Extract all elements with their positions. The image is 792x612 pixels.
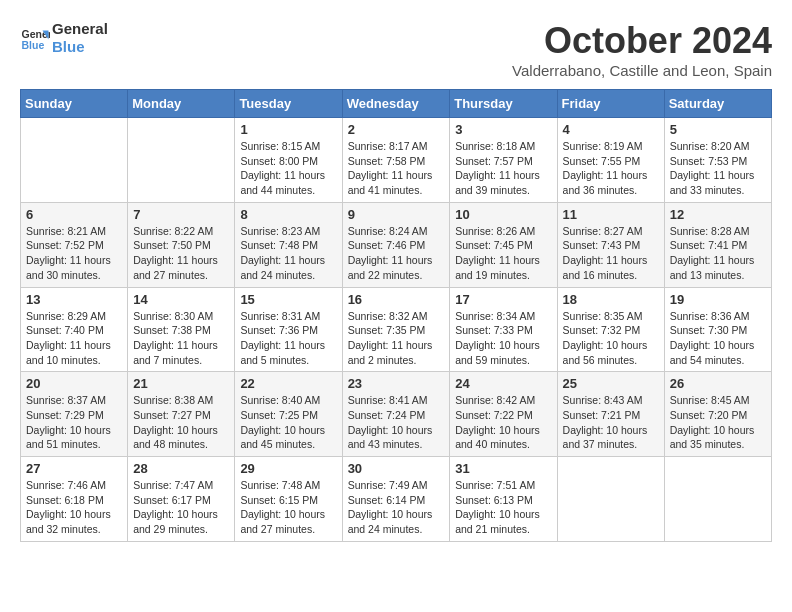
day-number: 11 bbox=[563, 207, 659, 222]
day-info: Sunrise: 7:49 AM Sunset: 6:14 PM Dayligh… bbox=[348, 478, 445, 537]
day-info: Sunrise: 8:15 AM Sunset: 8:00 PM Dayligh… bbox=[240, 139, 336, 198]
logo-text-general: General bbox=[52, 20, 108, 38]
calendar-day-cell: 20Sunrise: 8:37 AM Sunset: 7:29 PM Dayli… bbox=[21, 372, 128, 457]
day-number: 13 bbox=[26, 292, 122, 307]
day-info: Sunrise: 7:47 AM Sunset: 6:17 PM Dayligh… bbox=[133, 478, 229, 537]
day-number: 18 bbox=[563, 292, 659, 307]
day-number: 7 bbox=[133, 207, 229, 222]
calendar-day-cell: 29Sunrise: 7:48 AM Sunset: 6:15 PM Dayli… bbox=[235, 457, 342, 542]
weekday-header-cell: Friday bbox=[557, 90, 664, 118]
day-number: 25 bbox=[563, 376, 659, 391]
calendar-week-row: 20Sunrise: 8:37 AM Sunset: 7:29 PM Dayli… bbox=[21, 372, 772, 457]
day-number: 16 bbox=[348, 292, 445, 307]
day-info: Sunrise: 8:22 AM Sunset: 7:50 PM Dayligh… bbox=[133, 224, 229, 283]
day-info: Sunrise: 8:32 AM Sunset: 7:35 PM Dayligh… bbox=[348, 309, 445, 368]
day-number: 6 bbox=[26, 207, 122, 222]
weekday-header-cell: Tuesday bbox=[235, 90, 342, 118]
day-info: Sunrise: 8:38 AM Sunset: 7:27 PM Dayligh… bbox=[133, 393, 229, 452]
day-info: Sunrise: 8:20 AM Sunset: 7:53 PM Dayligh… bbox=[670, 139, 766, 198]
calendar-table: SundayMondayTuesdayWednesdayThursdayFrid… bbox=[20, 89, 772, 542]
calendar-day-cell: 31Sunrise: 7:51 AM Sunset: 6:13 PM Dayli… bbox=[450, 457, 557, 542]
day-number: 5 bbox=[670, 122, 766, 137]
day-info: Sunrise: 7:51 AM Sunset: 6:13 PM Dayligh… bbox=[455, 478, 551, 537]
day-info: Sunrise: 8:23 AM Sunset: 7:48 PM Dayligh… bbox=[240, 224, 336, 283]
day-info: Sunrise: 8:45 AM Sunset: 7:20 PM Dayligh… bbox=[670, 393, 766, 452]
calendar-day-cell: 5Sunrise: 8:20 AM Sunset: 7:53 PM Daylig… bbox=[664, 118, 771, 203]
calendar-body: 1Sunrise: 8:15 AM Sunset: 8:00 PM Daylig… bbox=[21, 118, 772, 542]
day-info: Sunrise: 8:41 AM Sunset: 7:24 PM Dayligh… bbox=[348, 393, 445, 452]
weekday-header-cell: Sunday bbox=[21, 90, 128, 118]
weekday-header-cell: Wednesday bbox=[342, 90, 450, 118]
calendar-day-cell: 14Sunrise: 8:30 AM Sunset: 7:38 PM Dayli… bbox=[128, 287, 235, 372]
day-info: Sunrise: 8:29 AM Sunset: 7:40 PM Dayligh… bbox=[26, 309, 122, 368]
day-number: 30 bbox=[348, 461, 445, 476]
calendar-day-cell: 15Sunrise: 8:31 AM Sunset: 7:36 PM Dayli… bbox=[235, 287, 342, 372]
day-info: Sunrise: 8:37 AM Sunset: 7:29 PM Dayligh… bbox=[26, 393, 122, 452]
day-number: 17 bbox=[455, 292, 551, 307]
calendar-week-row: 1Sunrise: 8:15 AM Sunset: 8:00 PM Daylig… bbox=[21, 118, 772, 203]
day-info: Sunrise: 8:17 AM Sunset: 7:58 PM Dayligh… bbox=[348, 139, 445, 198]
day-info: Sunrise: 8:30 AM Sunset: 7:38 PM Dayligh… bbox=[133, 309, 229, 368]
day-info: Sunrise: 8:26 AM Sunset: 7:45 PM Dayligh… bbox=[455, 224, 551, 283]
day-info: Sunrise: 8:34 AM Sunset: 7:33 PM Dayligh… bbox=[455, 309, 551, 368]
calendar-day-cell: 25Sunrise: 8:43 AM Sunset: 7:21 PM Dayli… bbox=[557, 372, 664, 457]
calendar-day-cell: 2Sunrise: 8:17 AM Sunset: 7:58 PM Daylig… bbox=[342, 118, 450, 203]
svg-text:Blue: Blue bbox=[22, 39, 45, 51]
day-info: Sunrise: 8:28 AM Sunset: 7:41 PM Dayligh… bbox=[670, 224, 766, 283]
day-number: 10 bbox=[455, 207, 551, 222]
logo-text-blue: Blue bbox=[52, 38, 108, 56]
day-info: Sunrise: 7:46 AM Sunset: 6:18 PM Dayligh… bbox=[26, 478, 122, 537]
logo: General Blue General Blue bbox=[20, 20, 108, 56]
day-number: 3 bbox=[455, 122, 551, 137]
calendar-day-cell: 21Sunrise: 8:38 AM Sunset: 7:27 PM Dayli… bbox=[128, 372, 235, 457]
day-number: 23 bbox=[348, 376, 445, 391]
day-number: 19 bbox=[670, 292, 766, 307]
day-number: 14 bbox=[133, 292, 229, 307]
day-info: Sunrise: 8:31 AM Sunset: 7:36 PM Dayligh… bbox=[240, 309, 336, 368]
calendar-day-cell: 4Sunrise: 8:19 AM Sunset: 7:55 PM Daylig… bbox=[557, 118, 664, 203]
day-number: 28 bbox=[133, 461, 229, 476]
calendar-day-cell: 9Sunrise: 8:24 AM Sunset: 7:46 PM Daylig… bbox=[342, 202, 450, 287]
day-info: Sunrise: 7:48 AM Sunset: 6:15 PM Dayligh… bbox=[240, 478, 336, 537]
day-number: 15 bbox=[240, 292, 336, 307]
calendar-day-cell: 13Sunrise: 8:29 AM Sunset: 7:40 PM Dayli… bbox=[21, 287, 128, 372]
calendar-week-row: 6Sunrise: 8:21 AM Sunset: 7:52 PM Daylig… bbox=[21, 202, 772, 287]
day-info: Sunrise: 8:40 AM Sunset: 7:25 PM Dayligh… bbox=[240, 393, 336, 452]
calendar-day-cell: 28Sunrise: 7:47 AM Sunset: 6:17 PM Dayli… bbox=[128, 457, 235, 542]
calendar-day-cell bbox=[21, 118, 128, 203]
calendar-day-cell: 17Sunrise: 8:34 AM Sunset: 7:33 PM Dayli… bbox=[450, 287, 557, 372]
day-number: 24 bbox=[455, 376, 551, 391]
day-number: 22 bbox=[240, 376, 336, 391]
weekday-header-row: SundayMondayTuesdayWednesdayThursdayFrid… bbox=[21, 90, 772, 118]
calendar-day-cell: 23Sunrise: 8:41 AM Sunset: 7:24 PM Dayli… bbox=[342, 372, 450, 457]
calendar-day-cell: 1Sunrise: 8:15 AM Sunset: 8:00 PM Daylig… bbox=[235, 118, 342, 203]
day-info: Sunrise: 8:21 AM Sunset: 7:52 PM Dayligh… bbox=[26, 224, 122, 283]
day-number: 1 bbox=[240, 122, 336, 137]
calendar-day-cell: 18Sunrise: 8:35 AM Sunset: 7:32 PM Dayli… bbox=[557, 287, 664, 372]
location-subtitle: Valderrabano, Castille and Leon, Spain bbox=[512, 62, 772, 79]
day-number: 8 bbox=[240, 207, 336, 222]
day-info: Sunrise: 8:19 AM Sunset: 7:55 PM Dayligh… bbox=[563, 139, 659, 198]
calendar-day-cell: 30Sunrise: 7:49 AM Sunset: 6:14 PM Dayli… bbox=[342, 457, 450, 542]
calendar-day-cell: 10Sunrise: 8:26 AM Sunset: 7:45 PM Dayli… bbox=[450, 202, 557, 287]
weekday-header-cell: Monday bbox=[128, 90, 235, 118]
day-number: 20 bbox=[26, 376, 122, 391]
day-info: Sunrise: 8:18 AM Sunset: 7:57 PM Dayligh… bbox=[455, 139, 551, 198]
calendar-day-cell: 6Sunrise: 8:21 AM Sunset: 7:52 PM Daylig… bbox=[21, 202, 128, 287]
title-block: October 2024 Valderrabano, Castille and … bbox=[512, 20, 772, 79]
day-number: 21 bbox=[133, 376, 229, 391]
calendar-day-cell: 24Sunrise: 8:42 AM Sunset: 7:22 PM Dayli… bbox=[450, 372, 557, 457]
calendar-day-cell: 12Sunrise: 8:28 AM Sunset: 7:41 PM Dayli… bbox=[664, 202, 771, 287]
month-year-title: October 2024 bbox=[512, 20, 772, 62]
day-number: 29 bbox=[240, 461, 336, 476]
calendar-day-cell: 22Sunrise: 8:40 AM Sunset: 7:25 PM Dayli… bbox=[235, 372, 342, 457]
weekday-header-cell: Saturday bbox=[664, 90, 771, 118]
calendar-day-cell: 27Sunrise: 7:46 AM Sunset: 6:18 PM Dayli… bbox=[21, 457, 128, 542]
day-number: 31 bbox=[455, 461, 551, 476]
day-number: 2 bbox=[348, 122, 445, 137]
day-number: 26 bbox=[670, 376, 766, 391]
calendar-day-cell: 16Sunrise: 8:32 AM Sunset: 7:35 PM Dayli… bbox=[342, 287, 450, 372]
calendar-day-cell bbox=[557, 457, 664, 542]
day-number: 12 bbox=[670, 207, 766, 222]
day-number: 27 bbox=[26, 461, 122, 476]
